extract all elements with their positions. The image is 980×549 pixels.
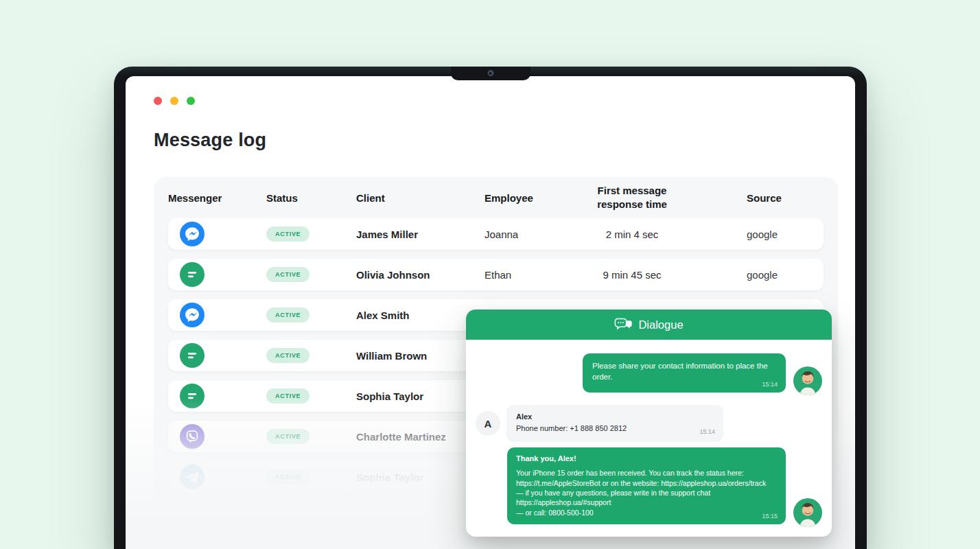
dialogue-popup: Dialogue Please share your contact infor… xyxy=(466,309,832,537)
client-message: A Alex Phone number: +1 888 850 2812 15:… xyxy=(476,405,822,442)
bot-message-line: — or call: 0800-500-100 xyxy=(516,508,777,517)
status-badge: ACTIVE xyxy=(266,226,310,242)
header-messenger: Messenger xyxy=(168,192,266,204)
header-status: Status xyxy=(266,192,356,204)
bot-message-line: — if you have any questions, please writ… xyxy=(516,488,777,508)
dialogue-title: Dialogue xyxy=(638,318,683,331)
chat-messenger-icon xyxy=(180,384,205,408)
client-name: William Brown xyxy=(356,350,485,362)
dialogue-header: Dialogue xyxy=(466,309,832,340)
message-time: 15:14 xyxy=(762,380,778,389)
manager-avatar xyxy=(793,366,822,395)
client-message-name: Alex xyxy=(516,411,714,423)
bot-message: Please share your contact information to… xyxy=(476,353,822,393)
client-name: Olivia Johnson xyxy=(356,269,485,281)
bot-message-line: Your iPhone 15 order has been received. … xyxy=(516,468,777,488)
client-message-bubble: Alex Phone number: +1 888 850 2812 15:14 xyxy=(506,405,723,442)
response-time: 9 min 45 sec xyxy=(574,269,690,281)
client-name: James Miller xyxy=(356,229,485,240)
page-title: Message log xyxy=(154,130,266,151)
header-source: Source xyxy=(690,192,824,204)
client-message-text: Phone number: +1 888 850 2812 xyxy=(516,423,714,434)
app-screen: Message log Messenger Status Client Empl… xyxy=(126,76,855,549)
client-name: Sophia Taylor xyxy=(356,390,485,402)
message-time: 15:15 xyxy=(762,512,778,520)
message-time: 15:14 xyxy=(699,428,715,437)
client-name: Alex Smith xyxy=(356,309,485,321)
client-name: Sophia Taylor xyxy=(356,471,485,483)
client-avatar: A xyxy=(476,411,500,436)
header-employee: Employee xyxy=(485,192,574,204)
source-value: google xyxy=(690,269,824,281)
chat-messenger-icon xyxy=(180,262,205,287)
facebook-messenger-icon xyxy=(180,222,205,246)
header-client: Client xyxy=(356,192,485,204)
status-badge: ACTIVE xyxy=(266,348,310,363)
employee-name: Joanna xyxy=(485,229,574,240)
chat-messenger-icon xyxy=(180,343,205,368)
bot-message: Thank you, Alex! Your iPhone 15 order ha… xyxy=(476,447,822,524)
minimize-window-button[interactable] xyxy=(170,97,178,105)
header-response-time: First message response time xyxy=(574,184,690,212)
status-badge: ACTIVE xyxy=(266,429,310,444)
laptop-frame: Message log Messenger Status Client Empl… xyxy=(114,67,867,549)
dialogue-body: Please share your contact information to… xyxy=(466,340,832,537)
table-header-row: Messenger Status Client Employee First m… xyxy=(154,177,838,218)
client-name: Charlotte Martinez xyxy=(356,431,485,443)
dialogue-chat-icon xyxy=(614,318,633,331)
status-badge: ACTIVE xyxy=(266,267,310,282)
bot-message-bubble: Please share your contact information to… xyxy=(583,353,786,393)
status-badge: ACTIVE xyxy=(266,388,310,404)
laptop-notch xyxy=(451,67,530,80)
bot-greeting: Thank you, Alex! xyxy=(516,454,777,464)
viber-icon xyxy=(180,424,205,449)
telegram-icon xyxy=(180,465,205,489)
facebook-messenger-icon xyxy=(180,303,205,327)
response-time: 2 min 4 sec xyxy=(574,229,690,240)
window-controls xyxy=(154,97,195,105)
bot-message-bubble: Thank you, Alex! Your iPhone 15 order ha… xyxy=(507,447,786,524)
status-badge: ACTIVE xyxy=(266,307,310,323)
table-row[interactable]: ACTIVE Olivia Johnson Ethan 9 min 45 sec… xyxy=(168,259,824,290)
webcam-icon xyxy=(487,70,493,76)
maximize-window-button[interactable] xyxy=(187,97,195,105)
source-value: google xyxy=(690,229,824,240)
status-badge: ACTIVE xyxy=(266,469,310,484)
manager-avatar xyxy=(793,498,822,527)
table-row[interactable]: ACTIVE James Miller Joanna 2 min 4 sec g… xyxy=(168,218,824,250)
employee-name: Ethan xyxy=(485,269,574,281)
close-window-button[interactable] xyxy=(154,97,162,105)
